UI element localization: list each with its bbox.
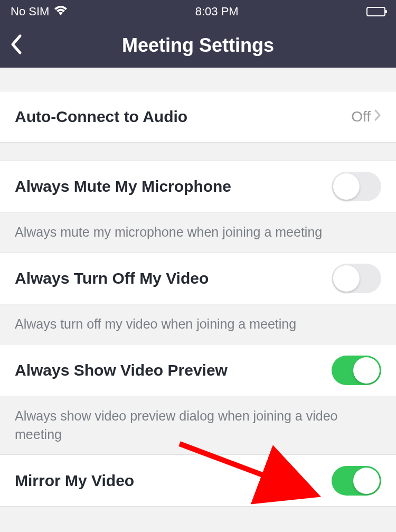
battery-icon: [366, 7, 385, 16]
chevron-right-icon: [374, 108, 381, 125]
nav-bar: Meeting Settings: [0, 23, 396, 68]
setting-label: Always Turn Off My Video: [15, 269, 209, 287]
setting-description: Always mute my microphone when joining a…: [0, 212, 396, 253]
setting-value: Off: [351, 108, 371, 125]
toggle-always-show-preview[interactable]: [332, 356, 381, 385]
setting-always-show-preview: Always Show Video Preview: [0, 344, 396, 396]
status-bar: No SIM 8:03 PM: [0, 0, 396, 23]
setting-label: Always Show Video Preview: [15, 361, 228, 379]
back-button[interactable]: [10, 34, 22, 57]
setting-label: Mirror My Video: [15, 472, 134, 490]
wifi-icon: [54, 5, 67, 18]
toggle-always-off-video[interactable]: [332, 264, 381, 293]
toggle-mirror-video[interactable]: [332, 466, 381, 496]
setting-label: Always Mute My Microphone: [15, 178, 231, 195]
status-time: 8:03 PM: [67, 5, 366, 18]
setting-mirror-video: Mirror My Video: [0, 455, 396, 507]
setting-description: Always show video preview dialog when jo…: [0, 396, 396, 455]
setting-description: Always turn off my video when joining a …: [0, 304, 396, 344]
sim-status: No SIM: [11, 5, 49, 18]
spacer: [0, 68, 396, 91]
spacer: [0, 143, 396, 161]
setting-label: Auto-Connect to Audio: [15, 108, 187, 126]
setting-always-off-video: Always Turn Off My Video: [0, 253, 396, 304]
setting-always-mute-mic: Always Mute My Microphone: [0, 161, 396, 212]
page-title: Meeting Settings: [0, 34, 396, 57]
setting-auto-connect-audio[interactable]: Auto-Connect to Audio Off: [0, 91, 396, 143]
toggle-always-mute-mic[interactable]: [332, 172, 381, 201]
